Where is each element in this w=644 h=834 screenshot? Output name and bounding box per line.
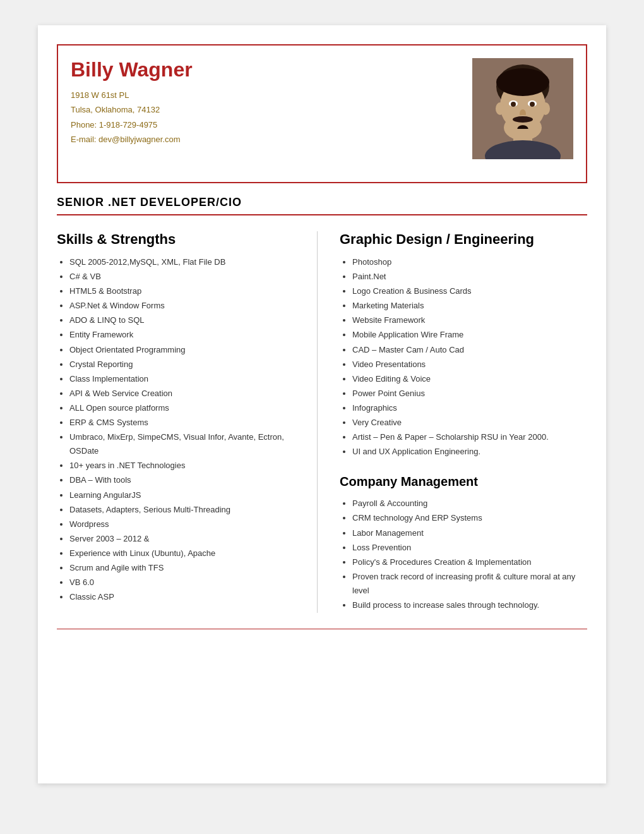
list-item: DBA – With tools	[69, 473, 304, 487]
list-item: Datasets, Adapters, Serious Multi-Thread…	[69, 503, 304, 517]
list-item: VB 6.0	[69, 576, 304, 589]
svg-point-17	[496, 102, 504, 115]
list-item: Proven track record of increasing profit…	[352, 570, 587, 598]
list-item: Infographics	[352, 401, 587, 415]
svg-point-7	[511, 102, 516, 107]
address-line1: 1918 W 61st PL	[71, 88, 373, 102]
list-item: Umbraco, MixErp, SimpeCMS, Visual Infor,…	[69, 430, 304, 458]
main-content: Skills & Strengths SQL 2005-2012,MySQL, …	[57, 231, 587, 613]
list-item: Mobile Application Wire Frame	[352, 328, 587, 342]
list-item: Class Implementation	[69, 372, 304, 386]
list-item: Classic ASP	[69, 590, 304, 604]
list-item: Video Editing & Voice	[352, 372, 587, 386]
list-item: Learning AngularJS	[69, 488, 304, 502]
contact-info: 1918 W 61st PL Tulsa, Oklahoma, 74132 Ph…	[71, 88, 373, 147]
list-item: Loss Prevention	[352, 541, 587, 555]
list-item: Payroll & Accounting	[352, 497, 587, 511]
list-item: ASP.Net & Window Forms	[69, 299, 304, 313]
list-item: Photoshop	[352, 255, 587, 269]
list-item: Object Orientated Programming	[69, 343, 304, 357]
list-item: Crystal Reporting	[69, 358, 304, 372]
resume-page: Billy Wagner 1918 W 61st PL Tulsa, Oklah…	[38, 25, 606, 783]
list-item: ADO & LINQ to SQL	[69, 313, 304, 327]
company-title: Company Management	[340, 474, 587, 489]
right-column: Graphic Design / Engineering Photoshop P…	[337, 231, 587, 613]
footer-line	[57, 629, 587, 629]
photo-svg	[472, 58, 573, 159]
list-item: Marketing Materials	[352, 299, 587, 313]
name: Billy Wagner	[71, 58, 373, 82]
list-item: Wordpress	[69, 517, 304, 531]
list-item: CAD – Master Cam / Auto Cad	[352, 343, 587, 357]
svg-point-4	[496, 68, 549, 96]
list-item: Artist – Pen & Paper – Scholarship RSU i…	[352, 430, 587, 444]
list-item: Paint.Net	[352, 270, 587, 284]
graphic-list: Photoshop Paint.Net Logo Creation & Busi…	[340, 255, 587, 459]
list-item: Labor Management	[352, 526, 587, 540]
list-item: UI and UX Application Engineering.	[352, 445, 587, 459]
left-column: Skills & Strengths SQL 2005-2012,MySQL, …	[57, 231, 318, 613]
list-item: Video Presentations	[352, 358, 587, 372]
company-list: Payroll & Accounting CRM technology And …	[340, 497, 587, 612]
email: E-mail: dev@billyjwagner.com	[71, 132, 373, 147]
skills-title: Skills & Strengths	[57, 231, 304, 248]
svg-point-18	[541, 102, 550, 115]
header-section: Billy Wagner 1918 W 61st PL Tulsa, Oklah…	[57, 44, 587, 183]
list-item: Entity Framework	[69, 328, 304, 342]
list-item: Build process to increase sales through …	[352, 598, 587, 612]
list-item: Server 2003 – 2012 &	[69, 532, 304, 546]
list-item: ERP & CMS Systems	[69, 416, 304, 430]
title-bar: SENIOR .NET DEVELOPER/CIO	[57, 196, 587, 215]
list-item: Logo Creation & Business Cards	[352, 284, 587, 298]
list-item: Very Creative	[352, 416, 587, 430]
phone: Phone: 1-918-729-4975	[71, 118, 373, 132]
list-item: Scrum and Agile with TFS	[69, 561, 304, 575]
svg-point-13	[513, 116, 533, 123]
list-item: CRM technology And ERP Systems	[352, 511, 587, 525]
svg-point-8	[530, 102, 535, 107]
list-item: ALL Open source platforms	[69, 401, 304, 415]
list-item: API & Web Service Creation	[69, 387, 304, 401]
list-item: SQL 2005-2012,MySQL, XML, Flat File DB	[69, 255, 304, 269]
list-item: Website Framework	[352, 313, 587, 327]
list-item: HTML5 & Bootstrap	[69, 284, 304, 298]
header-left: Billy Wagner 1918 W 61st PL Tulsa, Oklah…	[71, 58, 373, 147]
list-item: C# & VB	[69, 270, 304, 284]
graphic-title: Graphic Design / Engineering	[340, 231, 587, 248]
list-item: 10+ years in .NET Technologies	[69, 459, 304, 473]
list-item: Power Point Genius	[352, 387, 587, 401]
skills-list: SQL 2005-2012,MySQL, XML, Flat File DB C…	[57, 255, 304, 604]
list-item: Policy's & Procedures Creation & Impleme…	[352, 555, 587, 569]
list-item: Experience with Linux (Ubuntu), Apache	[69, 547, 304, 560]
address-line2: Tulsa, Oklahoma, 74132	[71, 102, 373, 117]
job-title: SENIOR .NET DEVELOPER/CIO	[57, 196, 242, 208]
profile-photo	[472, 58, 573, 159]
